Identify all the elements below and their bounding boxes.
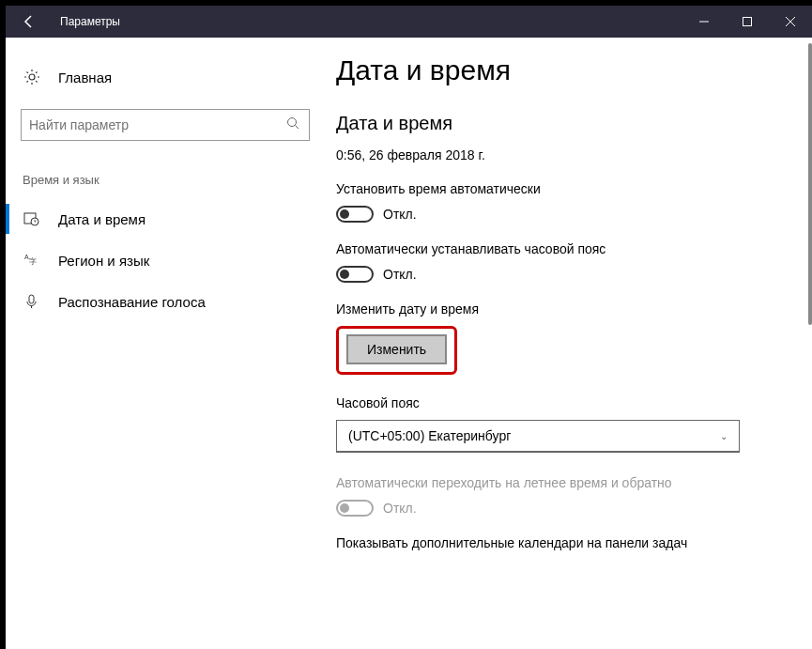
svg-text:字: 字 [29,257,37,266]
window-title: Параметры [60,15,120,28]
change-dt-label: Изменить дату и время [336,301,784,317]
chevron-down-icon: ⌄ [720,431,728,441]
highlight-annotation: Изменить [336,326,457,375]
svg-rect-1 [743,18,752,26]
search-input[interactable] [29,117,286,132]
sidebar-home-label: Главная [58,70,112,85]
search-icon [286,116,301,133]
gear-icon [23,68,41,86]
svg-rect-11 [29,295,34,303]
sidebar-home[interactable]: Главная [6,56,325,98]
auto-time-state: Откл. [383,207,417,222]
titlebar: Параметры [6,6,812,38]
dst-label: Автоматически переходить на летнее время… [336,475,784,490]
sidebar-item-datetime[interactable]: Дата и время [6,198,325,240]
close-button[interactable] [769,6,812,38]
auto-tz-state: Откл. [383,267,417,282]
sidebar-item-label: Регион и язык [58,253,149,269]
content-area: Дата и время Дата и время 0:56, 26 февра… [325,38,812,649]
svg-point-4 [29,74,35,80]
change-button[interactable]: Изменить [346,334,447,364]
page-heading: Дата и время [336,54,784,86]
svg-point-5 [288,118,297,127]
current-datetime: 0:56, 26 февраля 2018 г. [336,147,784,162]
calendar-clock-icon [23,209,41,228]
dst-state: Откл. [383,501,417,516]
back-button[interactable] [6,6,53,38]
sidebar-item-label: Дата и время [58,211,146,227]
auto-tz-label: Автоматически устанавливать часовой пояс [336,241,784,256]
sidebar: Главная Время и язык Дата и время [6,38,325,649]
sidebar-item-speech[interactable]: Распознавание голоса [6,281,325,322]
timezone-value: (UTC+05:00) Екатеринбург [348,428,511,443]
svg-line-6 [296,126,299,130]
auto-time-toggle[interactable] [336,206,374,223]
auto-time-label: Установить время автоматически [336,181,784,196]
sidebar-item-label: Распознавание голоса [58,294,206,310]
tz-label: Часовой пояс [336,395,784,410]
sidebar-category: Время и язык [6,154,325,198]
auto-tz-toggle[interactable] [336,266,374,283]
extra-calendars-label: Показывать дополнительные календари на п… [336,535,784,550]
language-icon: A字 [23,251,41,270]
minimize-button[interactable] [682,6,726,38]
scrollbar-thumb[interactable] [808,43,812,325]
search-box[interactable] [21,109,310,141]
maximize-button[interactable] [726,6,769,38]
timezone-dropdown[interactable]: (UTC+05:00) Екатеринбург ⌄ [336,420,740,453]
section-heading: Дата и время [336,113,784,134]
microphone-icon [23,292,41,311]
sidebar-item-region[interactable]: A字 Регион и язык [6,240,325,281]
dst-toggle [336,500,374,517]
scrollbar[interactable] [803,38,812,649]
